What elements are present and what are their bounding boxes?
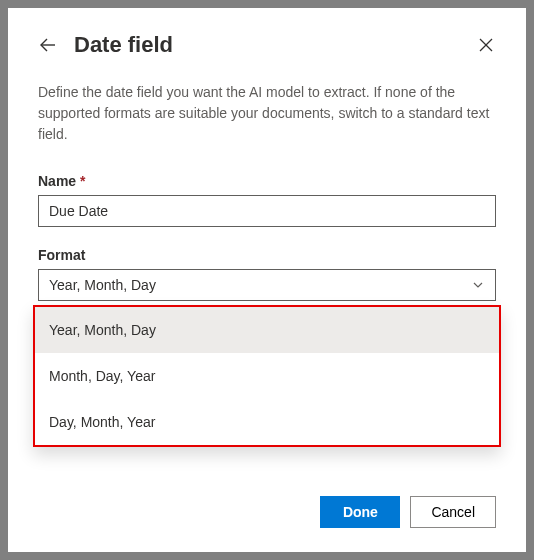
back-button[interactable] xyxy=(38,35,58,55)
format-dropdown: Year, Month, Day Month, Day, Year Day, M… xyxy=(33,305,501,447)
done-button[interactable]: Done xyxy=(320,496,400,528)
format-select-wrapper: Year, Month, Day Year, Month, Day Month,… xyxy=(38,269,496,301)
dialog-title: Date field xyxy=(74,32,476,58)
dialog-footer: Done Cancel xyxy=(320,496,496,528)
format-select[interactable]: Year, Month, Day xyxy=(38,269,496,301)
dialog-description: Define the date field you want the AI mo… xyxy=(38,82,496,145)
format-label: Format xyxy=(38,247,496,263)
close-button[interactable] xyxy=(476,35,496,55)
arrow-left-icon xyxy=(39,36,57,54)
name-label-text: Name xyxy=(38,173,76,189)
format-option-ymd[interactable]: Year, Month, Day xyxy=(35,307,499,353)
name-input[interactable] xyxy=(38,195,496,227)
date-field-dialog: Date field Define the date field you wan… xyxy=(8,8,526,552)
close-icon xyxy=(479,38,493,52)
format-option-dmy[interactable]: Day, Month, Year xyxy=(35,399,499,445)
format-option-mdy[interactable]: Month, Day, Year xyxy=(35,353,499,399)
cancel-button[interactable]: Cancel xyxy=(410,496,496,528)
name-label: Name * xyxy=(38,173,496,189)
required-marker: * xyxy=(80,173,85,189)
dialog-header: Date field xyxy=(38,32,496,58)
chevron-down-icon xyxy=(471,278,485,292)
format-selected-value: Year, Month, Day xyxy=(49,277,156,293)
